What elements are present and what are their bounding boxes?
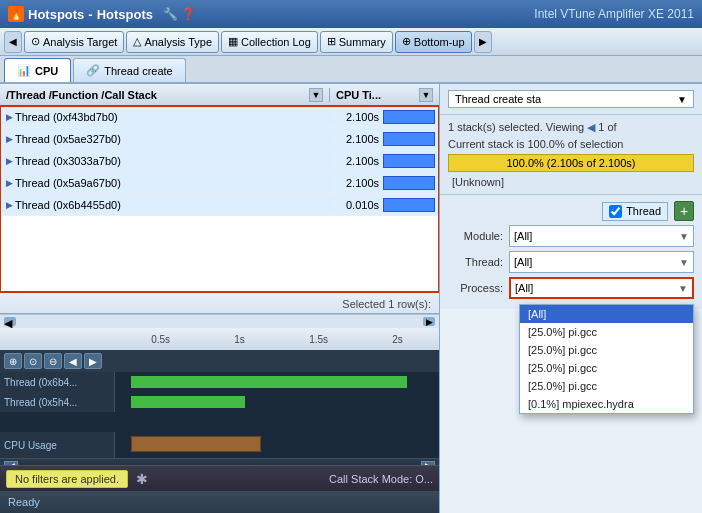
cpu-bar xyxy=(383,176,435,190)
horizontal-scrollbar[interactable]: ◀ ▶ xyxy=(0,314,439,328)
analysis-type-icon: △ xyxy=(133,35,141,48)
scroll-left-arrow[interactable]: ◀ xyxy=(4,317,16,326)
row-thread-name: ▶ Thread (0x6b4455d0) xyxy=(0,197,329,213)
time-marker-2: 1s xyxy=(234,334,245,345)
unknown-label: [Unknown] xyxy=(448,176,694,188)
collection-log-icon: ▦ xyxy=(228,35,238,48)
cpu-bar xyxy=(383,198,435,212)
zoom-in-button[interactable]: ⊕ xyxy=(4,353,22,369)
cpu-usage-row: CPU Usage xyxy=(0,432,439,458)
pan-left-button[interactable]: ◀ xyxy=(64,353,82,369)
expand-icon[interactable]: ▶ xyxy=(6,156,13,166)
bottom-up-icon: ⊕ xyxy=(402,35,411,48)
dropdown-item-mpi[interactable]: [0.1%] mpiexec.hydra xyxy=(520,395,693,413)
bottom-up-button[interactable]: ⊕ Bottom-up xyxy=(395,31,472,53)
product-name: Intel VTune Amplifier XE 2011 xyxy=(534,7,694,21)
right-panel: Thread create sta ▼ 1 stack(s) selected.… xyxy=(440,84,702,513)
nav-more-button[interactable]: ▶ xyxy=(474,31,492,53)
tab-bar: 📊 CPU 🔗 Thread create xyxy=(0,56,702,84)
cpu-bar xyxy=(383,132,435,146)
title-bar: 🔥 Hotspots - Hotspots 🔧 ❓ Intel VTune Am… xyxy=(0,0,702,28)
progress-bar: 100.0% (2.100s of 2.100s) xyxy=(448,154,694,172)
thread-row-label: Thread (0x6b4... xyxy=(0,372,115,392)
dropdown-item-pi2[interactable]: [25.0%] pi.gcc xyxy=(520,341,693,359)
expand-icon[interactable]: ▶ xyxy=(6,178,13,188)
row-cpu-value: 2.100s xyxy=(329,154,439,168)
info-section: 1 stack(s) selected. Viewing ◀ 1 of Curr… xyxy=(440,115,702,195)
page-info: 1 of xyxy=(598,121,616,133)
module-filter-row: Module: [All] ▼ xyxy=(448,225,694,247)
dropdown-item-pi3[interactable]: [25.0%] pi.gcc xyxy=(520,359,693,377)
timeline-scroll-left[interactable]: ◀ xyxy=(4,461,18,466)
scroll-right-arrow[interactable]: ▶ xyxy=(423,317,435,326)
table-row[interactable]: ▶ Thread (0x6b4455d0) 0.010s xyxy=(0,194,439,216)
zoom-out-button[interactable]: ⊖ xyxy=(44,353,62,369)
analysis-target-button[interactable]: ⊙ Analysis Target xyxy=(24,31,124,53)
page-nav-icon[interactable]: ◀ xyxy=(587,121,595,133)
time-marker-4: 2s xyxy=(392,334,403,345)
thread-label: Thread: xyxy=(448,256,503,268)
add-thread-button[interactable]: + xyxy=(674,201,694,221)
thread-row-timeline xyxy=(115,392,439,412)
tab-cpu[interactable]: 📊 CPU xyxy=(4,58,71,82)
process-dropdown-popup: [All] [25.0%] pi.gcc [25.0%] pi.gcc [25.… xyxy=(519,304,694,414)
table-body: ▶ Thread (0xf43bd7b0) 2.100s ▶ Thread (0… xyxy=(0,106,439,292)
title-left: 🔥 Hotspots - Hotspots 🔧 ❓ xyxy=(8,6,196,22)
cpu-column-dropdown[interactable]: ▼ xyxy=(419,88,433,102)
timeline-header: 0.5s 1s 1.5s 2s xyxy=(0,328,439,350)
column-header-thread: /Thread /Function /Call Stack ▼ xyxy=(0,88,329,102)
table-row[interactable]: ▶ Thread (0xf43bd7b0) 2.100s xyxy=(0,106,439,128)
ready-bar: Ready xyxy=(0,491,439,513)
cpu-usage-bar xyxy=(131,436,261,452)
table-row[interactable]: ▶ Thread (0x5a9a67b0) 2.100s xyxy=(0,172,439,194)
module-dropdown-arrow: ▼ xyxy=(679,231,689,242)
dropdown-item-pi4[interactable]: [25.0%] pi.gcc xyxy=(520,377,693,395)
nav-back-button[interactable]: ◀ xyxy=(4,31,22,53)
expand-icon[interactable]: ▶ xyxy=(6,134,13,144)
title-separator: - xyxy=(88,7,92,22)
process-dropdown[interactable]: [All] ▼ xyxy=(509,277,694,299)
thread-checkbox-label: Thread xyxy=(626,205,661,217)
expand-icon[interactable]: ▶ xyxy=(6,200,13,210)
summary-icon: ⊞ xyxy=(327,35,336,48)
dropdown-item-all[interactable]: [All] xyxy=(520,305,693,323)
cpu-usage-timeline xyxy=(115,432,439,458)
thread-checkbox[interactable] xyxy=(609,205,622,218)
filter-settings-icon[interactable]: ✱ xyxy=(136,471,148,487)
table-row[interactable]: ▶ Thread (0x5ae327b0) 2.100s xyxy=(0,128,439,150)
pan-right-button[interactable]: ▶ xyxy=(84,353,102,369)
tab-thread-create[interactable]: 🔗 Thread create xyxy=(73,58,185,82)
table-footer: Selected 1 row(s): xyxy=(0,292,439,314)
table-area: /Thread /Function /Call Stack ▼ CPU Ti..… xyxy=(0,84,439,314)
analysis-type-button[interactable]: △ Analysis Type xyxy=(126,31,219,53)
thread-dropdown[interactable]: [All] ▼ xyxy=(509,251,694,273)
thread-rows: Thread (0x6b4... Thread (0x5h4... xyxy=(0,372,439,432)
collection-log-button[interactable]: ▦ Collection Log xyxy=(221,31,318,53)
main-content: /Thread /Function /Call Stack ▼ CPU Ti..… xyxy=(0,84,702,513)
timeline-scroll-right[interactable]: ▶ xyxy=(421,461,435,466)
thread-bar xyxy=(131,396,244,408)
summary-button[interactable]: ⊞ Summary xyxy=(320,31,393,53)
row-thread-name: ▶ Thread (0x5ae327b0) xyxy=(0,131,329,147)
row-thread-name: ▶ Thread (0xf43bd7b0) xyxy=(0,109,329,125)
row-cpu-value: 2.100s xyxy=(329,132,439,146)
expand-icon[interactable]: ▶ xyxy=(6,112,13,122)
info-line1: 1 stack(s) selected. Viewing ◀ 1 of xyxy=(448,121,694,134)
timeline-scrollbar[interactable]: ◀ ▶ xyxy=(0,458,439,465)
thread-column-dropdown[interactable]: ▼ xyxy=(309,88,323,102)
app-name: Hotspots xyxy=(28,7,84,22)
process-dropdown-arrow: ▼ xyxy=(678,283,688,294)
zoom-reset-button[interactable]: ⊙ xyxy=(24,353,42,369)
thread-create-tab-icon: 🔗 xyxy=(86,64,100,77)
dropdown-item-pi1[interactable]: [25.0%] pi.gcc xyxy=(520,323,693,341)
thread-create-dropdown[interactable]: Thread create sta ▼ xyxy=(448,90,694,108)
module-dropdown[interactable]: [All] ▼ xyxy=(509,225,694,247)
thread-checkbox-area[interactable]: Thread xyxy=(602,202,668,221)
time-marker-3: 1.5s xyxy=(309,334,328,345)
filters-section: Thread + Module: [All] ▼ Thread: [All] ▼ xyxy=(440,195,702,309)
table-row[interactable]: ▶ Thread (0x3033a7b0) 2.100s xyxy=(0,150,439,172)
toolbar: ◀ ⊙ Analysis Target △ Analysis Type ▦ Co… xyxy=(0,28,702,56)
row-cpu-value: 0.010s xyxy=(329,198,439,212)
left-panel: /Thread /Function /Call Stack ▼ CPU Ti..… xyxy=(0,84,440,513)
dropdown-arrow-icon: ▼ xyxy=(677,94,687,105)
